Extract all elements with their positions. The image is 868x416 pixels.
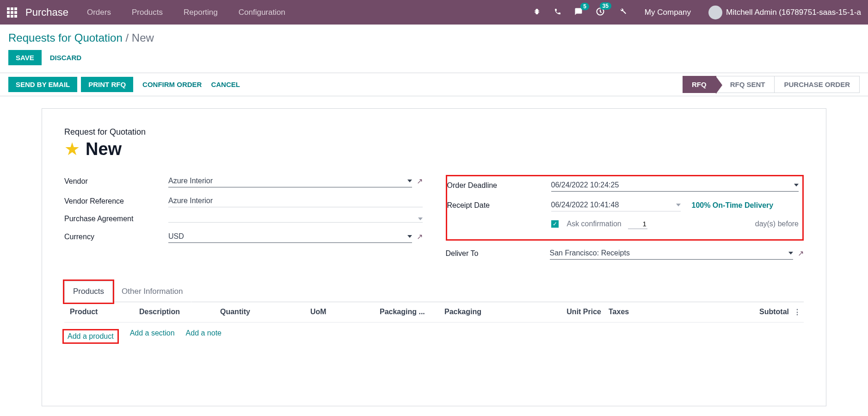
- user-name: Mitchell Admin (16789751-saas-15-1-a: [726, 8, 861, 17]
- ask-days-input[interactable]: [628, 219, 647, 229]
- phone-icon[interactable]: [554, 8, 561, 17]
- deliver-to-select[interactable]: San Francisco: Receipts: [550, 247, 794, 260]
- external-link-icon[interactable]: ↗: [417, 232, 423, 241]
- breadcrumb-sep: /: [125, 31, 129, 44]
- receipt-date-input[interactable]: 06/24/2022 10:41:48: [551, 199, 681, 211]
- menu-products[interactable]: Products: [132, 8, 163, 17]
- user-menu[interactable]: Mitchell Admin (16789751-saas-15-1-a: [704, 6, 861, 19]
- add-product-link[interactable]: Add a product: [68, 332, 114, 340]
- breadcrumb-bar: Requests for Quotation / New SAVE DISCAR…: [0, 25, 868, 73]
- order-deadline-input[interactable]: 06/24/2022 10:24:25: [551, 179, 799, 192]
- activity-badge: 35: [600, 2, 611, 10]
- chevron-down-icon: [407, 180, 412, 182]
- form-right-col: Order Deadline 06/24/2022 10:24:25 Recei…: [446, 175, 804, 267]
- menu-orders[interactable]: Orders: [87, 8, 111, 17]
- form-sheet: Request for Quotation ★ New Vendor Azure…: [42, 108, 826, 406]
- external-link-icon[interactable]: ↗: [798, 249, 804, 258]
- vendor-label: Vendor: [64, 177, 168, 186]
- col-taxes: Taxes: [605, 308, 697, 317]
- col-product: Product: [66, 308, 135, 317]
- bug-icon[interactable]: [533, 7, 541, 18]
- send-email-button[interactable]: SEND BY EMAIL: [8, 77, 77, 92]
- form-left-col: Vendor Azure Interior ↗ Vendor Reference…: [64, 175, 423, 267]
- currency-value: USD: [168, 232, 184, 241]
- step-rfq[interactable]: RFQ: [683, 76, 716, 93]
- deliver-to-label: Deliver To: [446, 249, 550, 258]
- add-section-link[interactable]: Add a section: [130, 329, 175, 344]
- discard-button[interactable]: DISCARD: [50, 54, 81, 62]
- step-purchase-order[interactable]: PURCHASE ORDER: [775, 76, 860, 93]
- add-row: Add a product Add a section Add a note: [64, 323, 804, 350]
- company-switcher[interactable]: My Company: [645, 8, 691, 17]
- vendor-ref-value: Azure Interior: [168, 197, 213, 205]
- highlight-box-dates: Order Deadline 06/24/2022 10:24:25 Recei…: [446, 175, 804, 241]
- col-quantity: Quantity: [216, 308, 307, 317]
- print-rfq-button[interactable]: PRINT RFQ: [81, 77, 133, 92]
- step-rfq-sent[interactable]: RFQ SENT: [716, 76, 775, 93]
- product-grid-header: Product Description Quantity UoM Packagi…: [64, 302, 804, 323]
- grid-options-icon[interactable]: ⋮: [793, 308, 802, 317]
- days-before-text: day(s) before: [755, 220, 799, 228]
- breadcrumb: Requests for Quotation / New: [8, 31, 860, 44]
- save-button[interactable]: SAVE: [8, 50, 42, 65]
- tabs: Products Other Information: [64, 281, 804, 302]
- ask-confirm-checkbox[interactable]: ✓: [551, 220, 559, 228]
- avatar-icon: [708, 6, 722, 19]
- tools-icon[interactable]: [618, 7, 626, 18]
- agreement-select[interactable]: [168, 216, 423, 223]
- form-type-label: Request for Quotation: [64, 127, 804, 137]
- star-icon[interactable]: ★: [64, 139, 80, 159]
- vendor-ref-input[interactable]: Azure Interior: [168, 195, 423, 207]
- ask-confirm-label: Ask confirmation: [567, 220, 622, 228]
- vendor-value: Azure Interior: [168, 177, 213, 185]
- confirm-order-button[interactable]: CONFIRM ORDER: [142, 81, 202, 88]
- currency-select[interactable]: USD: [168, 230, 412, 243]
- vendor-ref-label: Vendor Reference: [64, 197, 168, 205]
- receipt-date-label: Receipt Date: [447, 201, 551, 210]
- app-title[interactable]: Purchase: [25, 6, 68, 19]
- breadcrumb-current: New: [132, 31, 154, 44]
- menu-reporting[interactable]: Reporting: [184, 8, 218, 17]
- apps-icon[interactable]: [7, 7, 17, 18]
- col-unit-price: Unit Price: [522, 308, 605, 317]
- deliver-to-value: San Francisco: Receipts: [550, 249, 630, 257]
- chevron-down-icon: [794, 184, 799, 186]
- top-menu: Orders Products Reporting Configuration: [87, 8, 285, 17]
- status-bar: SEND BY EMAIL PRINT RFQ CONFIRM ORDER CA…: [0, 73, 868, 96]
- on-time-delivery-link[interactable]: 100% On-Time Delivery: [692, 201, 774, 210]
- form-title: New: [86, 139, 122, 159]
- tabs-spacer: [191, 281, 804, 302]
- agreement-label: Purchase Agreement: [64, 215, 168, 223]
- col-packaging-qty: Packaging ...: [376, 308, 441, 317]
- systray: 5 35 My Company Mitchell Admin (16789751…: [533, 6, 861, 19]
- top-bar: Purchase Orders Products Reporting Confi…: [0, 0, 868, 25]
- status-steps: RFQ RFQ SENT PURCHASE ORDER: [683, 76, 860, 93]
- tab-products[interactable]: Products: [64, 281, 113, 302]
- chevron-down-icon: [418, 217, 423, 220]
- col-subtotal: Subtotal: [697, 308, 793, 317]
- activity-icon[interactable]: 35: [596, 7, 605, 18]
- menu-configuration[interactable]: Configuration: [239, 8, 285, 17]
- currency-label: Currency: [64, 233, 168, 241]
- vendor-select[interactable]: Azure Interior: [168, 175, 412, 187]
- chat-icon[interactable]: 5: [574, 7, 583, 18]
- chevron-down-icon: [788, 252, 793, 255]
- tab-other-info[interactable]: Other Information: [113, 281, 191, 302]
- receipt-date-value: 06/24/2022 10:41:48: [551, 201, 619, 209]
- chat-badge: 5: [580, 3, 589, 10]
- order-deadline-label: Order Deadline: [447, 181, 551, 190]
- cancel-button[interactable]: CANCEL: [211, 81, 240, 88]
- col-description: Description: [135, 308, 216, 317]
- breadcrumb-root[interactable]: Requests for Quotation: [8, 31, 123, 44]
- chevron-down-icon: [407, 235, 412, 238]
- external-link-icon[interactable]: ↗: [417, 177, 423, 186]
- highlight-box-add-product: Add a product: [62, 329, 119, 344]
- col-uom: UoM: [307, 308, 376, 317]
- chevron-down-icon: [676, 204, 681, 206]
- add-note-link[interactable]: Add a note: [186, 329, 222, 344]
- order-deadline-value: 06/24/2022 10:24:25: [551, 181, 619, 189]
- col-packaging: Packaging: [441, 308, 522, 317]
- form-wrap: Request for Quotation ★ New Vendor Azure…: [0, 96, 868, 416]
